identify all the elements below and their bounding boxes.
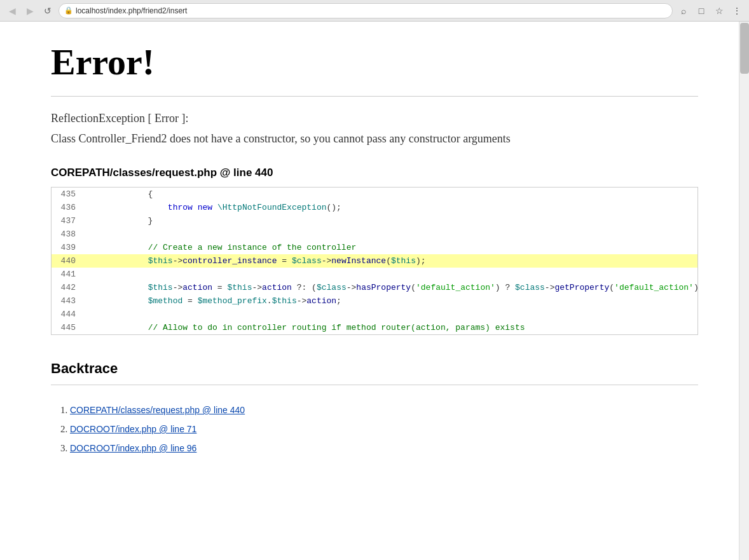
line-num-445: 445: [52, 321, 83, 334]
code-line-438: 438: [52, 228, 697, 241]
menu-button[interactable]: ⋮: [730, 4, 744, 18]
scrollbar-thumb[interactable]: [740, 23, 749, 74]
backtrace-title: Backtrace: [51, 360, 698, 377]
line-num-435: 435: [52, 188, 83, 201]
address-bar[interactable]: 🔒 localhost/index.php/friend2/insert: [58, 3, 673, 18]
line-code-444: [83, 308, 697, 321]
reload-button[interactable]: ↺: [41, 4, 55, 18]
browser-chrome: ◀ ▶ ↺ 🔒 localhost/index.php/friend2/inse…: [0, 0, 749, 22]
backtrace-link-3[interactable]: DOCROOT/index.php @ line 96: [70, 443, 196, 453]
line-code-442: $this->action = $this->action ?: ($class…: [83, 281, 698, 294]
backtrace-item-3: DOCROOT/index.php @ line 96: [70, 439, 698, 458]
url-text: localhost/index.php/friend2/insert: [76, 6, 187, 15]
code-block: 435 { 436 throw new \HttpNotFoundExcepti…: [51, 187, 698, 335]
line-code-439: // Create a new instance of the controll…: [83, 241, 697, 254]
code-line-440: 440 $this->controller_instance = $class-…: [52, 254, 697, 268]
backtrace-list: COREPATH/classes/request.php @ line 440 …: [51, 400, 698, 458]
back-button[interactable]: ◀: [5, 4, 19, 18]
exception-type: ReflectionException [ Error ]:: [51, 112, 698, 125]
cast-button[interactable]: □: [694, 4, 708, 18]
line-num-440: 440: [52, 254, 83, 268]
page-title: Error!: [51, 41, 698, 83]
search-button[interactable]: ⌕: [677, 4, 691, 18]
line-num-437: 437: [52, 214, 83, 228]
line-num-444: 444: [52, 308, 83, 321]
line-num-441: 441: [52, 268, 83, 281]
code-location: COREPATH/classes/request.php @ line 440: [51, 167, 698, 179]
line-code-436: throw new \HttpNotFoundException();: [83, 201, 697, 214]
backtrace-link-2[interactable]: DOCROOT/index.php @ line 71: [70, 424, 196, 434]
line-num-442: 442: [52, 281, 83, 294]
code-line-445: 445 // Allow to do in controller routing…: [52, 321, 697, 334]
code-line-436: 436 throw new \HttpNotFoundException();: [52, 201, 697, 214]
code-line-439: 439 // Create a new instance of the cont…: [52, 241, 697, 254]
line-code-443: $method = $method_prefix.$this->action;: [83, 294, 697, 308]
forward-button[interactable]: ▶: [23, 4, 37, 18]
line-code-440: $this->controller_instance = $class->new…: [83, 254, 697, 268]
exception-message: Class Controller_Friend2 does not have a…: [51, 130, 698, 147]
code-line-435: 435 {: [52, 188, 697, 201]
line-code-435: {: [83, 188, 697, 201]
divider-2: [51, 385, 698, 385]
line-num-438: 438: [52, 228, 83, 241]
line-code-441: [83, 268, 697, 281]
line-num-436: 436: [52, 201, 83, 214]
scrollbar[interactable]: [739, 22, 749, 560]
line-code-438: [83, 228, 697, 241]
code-line-443: 443 $method = $method_prefix.$this->acti…: [52, 294, 697, 308]
line-code-445: // Allow to do in controller routing if …: [83, 321, 697, 334]
bookmark-button[interactable]: ☆: [712, 4, 726, 18]
backtrace-item-1: COREPATH/classes/request.php @ line 440: [70, 400, 698, 420]
code-line-444: 444: [52, 308, 697, 321]
backtrace-link-1[interactable]: COREPATH/classes/request.php @ line 440: [70, 405, 245, 415]
lock-icon: 🔒: [64, 6, 73, 15]
line-num-443: 443: [52, 294, 83, 308]
divider-1: [51, 96, 698, 97]
code-line-437: 437 }: [52, 214, 697, 228]
line-code-437: }: [83, 214, 697, 228]
code-line-441: 441: [52, 268, 697, 281]
line-num-439: 439: [52, 241, 83, 254]
code-line-442: 442 $this->action = $this->action ?: ($c…: [52, 281, 697, 294]
backtrace-item-2: DOCROOT/index.php @ line 71: [70, 420, 698, 439]
page-content: Error! ReflectionException [ Error ]: Cl…: [0, 22, 749, 560]
